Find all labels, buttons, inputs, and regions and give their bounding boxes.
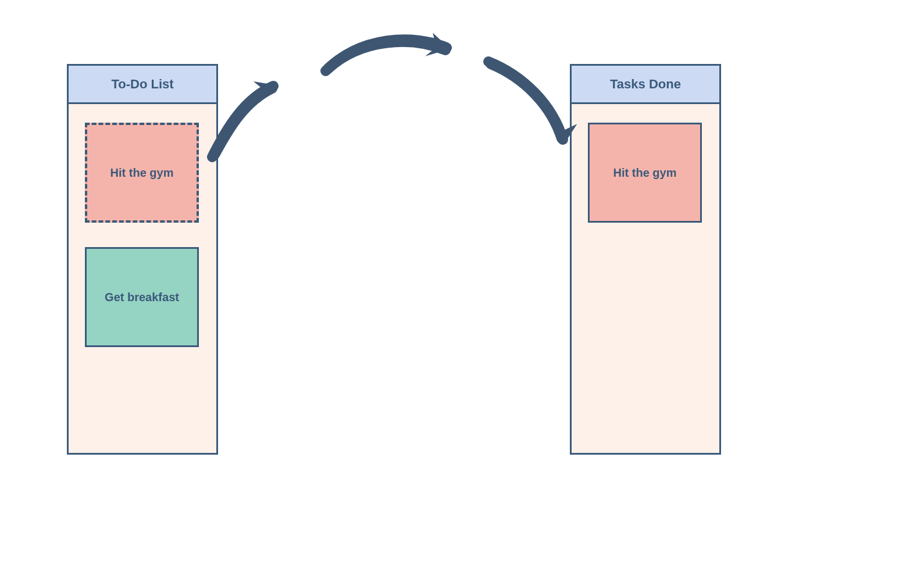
todo-card-dragging[interactable]: Hit the gym [85, 123, 199, 223]
drag-arrow-group [209, 23, 576, 174]
card-label: Hit the gym [110, 166, 174, 180]
todo-column[interactable]: To-Do List Hit the gym Get breakfast [67, 64, 218, 455]
todo-column-body[interactable]: Hit the gym Get breakfast [69, 104, 216, 453]
card-label: Hit the gym [613, 166, 677, 180]
drag-arrows-icon [209, 23, 576, 174]
todo-column-header: To-Do List [69, 66, 216, 104]
done-column-header: Tasks Done [572, 66, 719, 104]
todo-column-title: To-Do List [111, 77, 173, 92]
done-column-body[interactable]: Hit the gym [572, 104, 719, 453]
done-column-title: Tasks Done [610, 77, 681, 92]
done-card[interactable]: Hit the gym [588, 123, 702, 223]
todo-card[interactable]: Get breakfast [85, 247, 199, 347]
card-label: Get breakfast [105, 291, 179, 304]
done-column[interactable]: Tasks Done Hit the gym [570, 64, 721, 455]
